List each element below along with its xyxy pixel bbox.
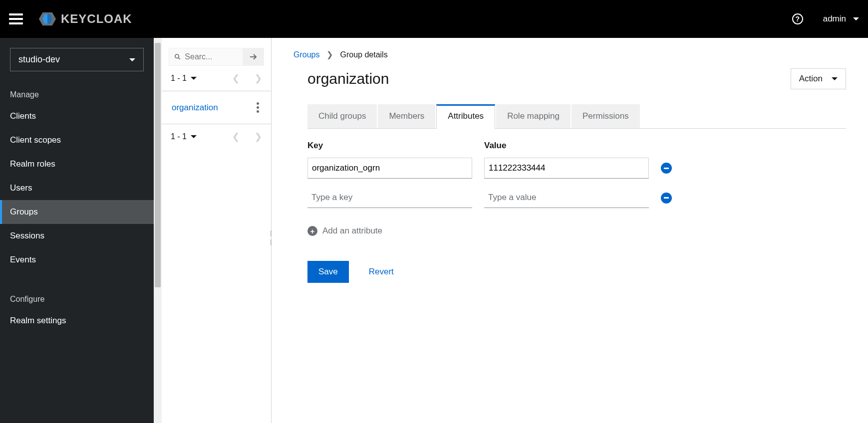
logo[interactable]: KEYCLOAK	[38, 9, 132, 28]
remove-attribute-button[interactable]	[661, 163, 672, 174]
scrollbar[interactable]	[154, 38, 162, 423]
tab-permissions[interactable]: Permissions	[572, 104, 640, 128]
sidebar-item-client-scopes[interactable]: Client scopes	[0, 128, 154, 152]
sidebar-item-realm-roles[interactable]: Realm roles	[0, 152, 154, 176]
save-button[interactable]: Save	[307, 261, 349, 283]
tab-members[interactable]: Members	[378, 104, 435, 128]
attribute-row-empty	[307, 188, 846, 208]
action-dropdown[interactable]: Action	[791, 68, 846, 89]
sidebar-item-sessions[interactable]: Sessions	[0, 224, 154, 248]
realm-selector[interactable]: studio-dev	[10, 48, 144, 71]
chevron-down-icon	[832, 77, 838, 80]
section-manage: Manage	[0, 85, 154, 104]
group-item-organization[interactable]: organization	[162, 91, 271, 124]
groups-panel: 1 - 1 ❮ ❯ organization 1 - 1 ❮ ❯	[162, 38, 272, 423]
chevron-down-icon	[191, 135, 197, 138]
sidebar: studio-dev Manage Clients Client scopes …	[0, 38, 154, 423]
breadcrumb-current: Group details	[340, 50, 387, 59]
pager-top: 1 - 1 ❮ ❯	[162, 66, 271, 91]
sidebar-item-clients[interactable]: Clients	[0, 104, 154, 128]
tab-role-mapping[interactable]: Role mapping	[496, 104, 571, 128]
main: studio-dev Manage Clients Client scopes …	[0, 38, 868, 423]
pager-count[interactable]: 1 - 1	[171, 74, 197, 83]
chevron-down-icon	[853, 17, 859, 20]
pager-prev[interactable]: ❮	[232, 73, 240, 84]
attr-key-input[interactable]	[307, 188, 472, 208]
kebab-icon[interactable]	[255, 100, 261, 115]
add-attribute-button[interactable]: + Add an attribute	[307, 226, 846, 236]
scrollbar-thumb[interactable]	[155, 43, 161, 287]
search-input[interactable]	[185, 52, 238, 61]
attr-value-input[interactable]	[484, 158, 649, 179]
chevron-right-icon: ❯	[326, 50, 333, 59]
user-name: admin	[823, 14, 846, 24]
help-icon[interactable]: ?	[792, 13, 803, 24]
pager-next[interactable]: ❯	[255, 131, 262, 142]
attribute-row	[307, 158, 846, 179]
svg-line-4	[178, 58, 180, 59]
tab-attributes[interactable]: Attributes	[436, 104, 495, 129]
resize-handle[interactable]	[269, 230, 273, 245]
column-key-header: Key	[307, 141, 472, 151]
arrow-right-icon	[249, 52, 258, 61]
breadcrumb-groups[interactable]: Groups	[293, 50, 319, 59]
topbar-left: KEYCLOAK	[9, 9, 132, 28]
user-menu[interactable]: admin	[823, 14, 859, 24]
sidebar-item-realm-settings[interactable]: Realm settings	[0, 309, 154, 333]
attr-value-input[interactable]	[484, 188, 649, 208]
svg-point-3	[175, 54, 179, 58]
search-box	[169, 48, 243, 66]
revert-button[interactable]: Revert	[369, 267, 394, 277]
attr-key-input[interactable]	[307, 158, 472, 179]
breadcrumb: Groups ❯ Group details	[293, 50, 846, 59]
page-title: organization	[307, 70, 389, 87]
topbar: KEYCLOAK ? admin	[0, 0, 868, 38]
sidebar-item-groups[interactable]: Groups	[0, 200, 154, 224]
sidebar-item-users[interactable]: Users	[0, 176, 154, 200]
logo-icon	[38, 9, 57, 28]
search-icon	[174, 53, 181, 61]
content: Groups ❯ Group details organization Acti…	[272, 38, 868, 423]
plus-circle-icon: +	[307, 226, 317, 236]
pager-prev[interactable]: ❮	[232, 131, 240, 142]
pager-next[interactable]: ❯	[255, 73, 262, 84]
topbar-right: ? admin	[792, 13, 859, 24]
search-submit-button[interactable]	[243, 48, 264, 66]
group-name: organization	[172, 103, 218, 113]
chevron-down-icon	[129, 58, 135, 61]
tab-child-groups[interactable]: Child groups	[307, 104, 377, 128]
pager-count[interactable]: 1 - 1	[171, 132, 197, 141]
chevron-down-icon	[191, 77, 197, 80]
logo-text: KEYCLOAK	[61, 12, 132, 26]
tabs: Child groups Members Attributes Role map…	[307, 104, 846, 129]
attributes-section: Key Value + Add an attribute Save Revert	[307, 141, 846, 283]
section-configure: Configure	[0, 290, 154, 309]
pager-bottom: 1 - 1 ❮ ❯	[162, 124, 271, 149]
remove-attribute-button[interactable]	[661, 193, 672, 204]
column-value-header: Value	[484, 141, 649, 151]
realm-name: studio-dev	[18, 54, 60, 65]
hamburger-icon[interactable]	[9, 13, 23, 24]
sidebar-item-events[interactable]: Events	[0, 248, 154, 272]
